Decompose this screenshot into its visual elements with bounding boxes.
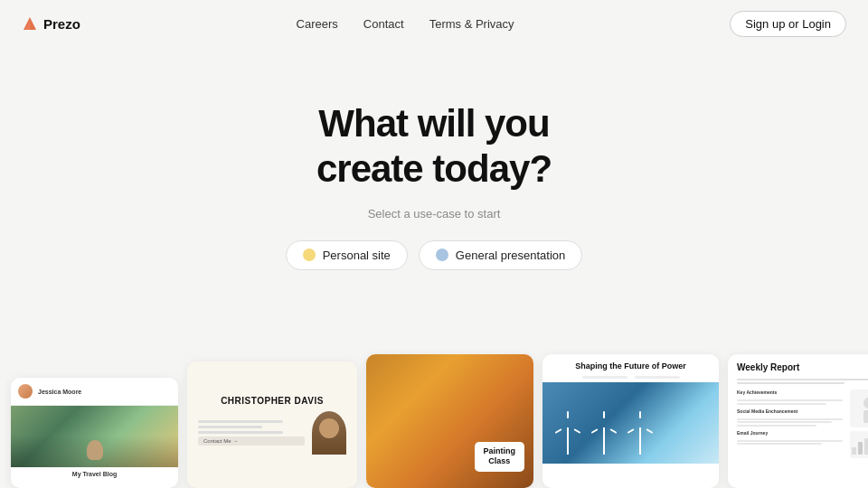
preview-cards: Jessica Moore My Travel Blog CHRISTOPHER… [0, 354, 868, 488]
svg-rect-8 [864, 438, 868, 455]
hero-heading: What will you create today? [0, 101, 868, 192]
card-travel-blog[interactable]: Jessica Moore My Travel Blog [11, 378, 178, 488]
card-painting[interactable]: Painting Class [366, 354, 533, 488]
card2-contact: Contact Me → [198, 436, 305, 446]
wind-turbine-1 [561, 411, 575, 455]
card4-meta [542, 376, 719, 382]
card5-chart [850, 431, 868, 458]
card1-author: Jessica Moore [38, 389, 81, 395]
nav-terms[interactable]: Terms & Privacy [429, 17, 514, 31]
logo[interactable]: Prezo [22, 15, 80, 32]
card5-section2: Social Media Enchancement [737, 408, 843, 414]
nav-contact[interactable]: Contact [363, 17, 404, 31]
wind-turbine-2 [597, 411, 611, 455]
signup-button[interactable]: Sign up or Login [730, 11, 846, 37]
svg-rect-6 [852, 447, 856, 455]
card4-heading: Shaping the Future of Power [542, 354, 719, 376]
card2-name: CHRISTOPHER DAVIS [221, 396, 324, 406]
use-case-pills: Personal site General presentation [0, 240, 868, 270]
svg-rect-3 [863, 410, 868, 423]
hero-subtitle: Select a use-case to start [0, 207, 868, 221]
card2-content: Contact Me → [198, 411, 346, 455]
logo-icon [22, 15, 38, 32]
personal-dot [303, 249, 316, 261]
card5-header: Weekly Report [728, 354, 868, 377]
svg-point-2 [863, 398, 868, 408]
avatar [18, 384, 33, 399]
card2-photo [312, 411, 346, 455]
card-weekly-report[interactable]: Weekly Report Key Achievements Social Me… [728, 354, 868, 488]
pill-general[interactable]: General presentation [419, 240, 582, 270]
card-future-power[interactable]: Shaping the Future of Power [542, 354, 719, 488]
general-dot [436, 249, 448, 261]
card5-title: Weekly Report [737, 361, 868, 373]
pill-personal[interactable]: Personal site [286, 240, 408, 270]
card4-image [542, 382, 719, 464]
svg-rect-7 [858, 442, 863, 455]
card5-illustration [850, 389, 868, 427]
card5-section3: Email Journey [737, 430, 843, 436]
card5-section1: Key Achievements [737, 389, 843, 395]
nav-careers[interactable]: Careers [297, 17, 338, 31]
card3-label: Painting Class [475, 442, 525, 472]
nav-links: Careers Contact Terms & Privacy [297, 17, 514, 31]
navbar: Prezo Careers Contact Terms & Privacy Si… [0, 0, 868, 47]
card1-footer: My Travel Blog [11, 467, 178, 481]
card-christopher[interactable]: CHRISTOPHER DAVIS Contact Me → [187, 361, 357, 488]
wind-turbine-3 [633, 411, 647, 455]
card1-header: Jessica Moore [11, 378, 178, 406]
hero-section: What will you create today? Select a use… [0, 47, 868, 270]
card1-image [11, 406, 178, 467]
